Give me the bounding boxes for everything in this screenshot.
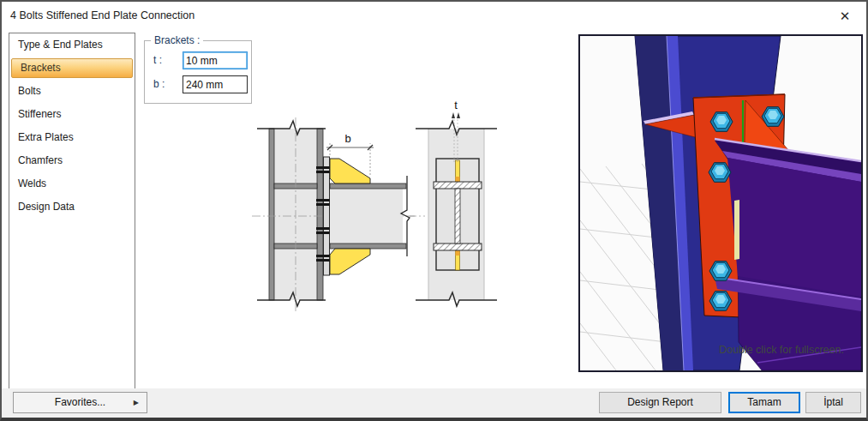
cancel-button[interactable]: İptal: [805, 392, 861, 413]
viewer-3d[interactable]: Double click for fullscreen.: [578, 34, 863, 372]
favorites-label: Favorites...: [55, 396, 105, 408]
fullscreen-hint: Double click for fullscreen.: [719, 344, 844, 356]
sidebar-item-extra-plates[interactable]: Extra Plates: [9, 126, 135, 149]
bracket-bottom: [330, 249, 370, 274]
column-flange-left: [269, 129, 274, 300]
beam-flange-top-section: [434, 182, 482, 189]
ok-button[interactable]: Tamam: [728, 392, 800, 413]
elevation-view: b: [252, 117, 415, 311]
sidebar-item-design-data[interactable]: Design Data: [9, 195, 135, 219]
sidebar-item-bolts[interactable]: Bolts: [9, 80, 135, 103]
design-report-button[interactable]: Design Report: [599, 392, 721, 413]
weld-mark-bottom: [456, 250, 460, 256]
beam-flange-top: [330, 183, 406, 189]
beam-flange-bottom-section: [434, 244, 482, 250]
column-flange-right: [317, 129, 323, 300]
beam-flange-bottom: [330, 244, 406, 249]
favorites-button[interactable]: Favorites... ▶: [13, 392, 147, 413]
title-bar: 4 Bolts Stiffened End Plate Connection ✕: [2, 2, 866, 29]
section-top-break: [416, 121, 497, 135]
beam-web-section: [455, 189, 460, 244]
sidebar-item-welds[interactable]: Welds: [9, 172, 135, 195]
groupbox-legend: Brackets :: [151, 34, 203, 46]
category-list: Type & End Plates Brackets Bolts Stiffen…: [9, 33, 135, 390]
t-input[interactable]: [183, 51, 248, 69]
b-label: b :: [153, 78, 165, 90]
dim-b-label: b: [344, 132, 350, 145]
favorites-arrow-icon: ▶: [134, 393, 139, 412]
dim-t-label: t: [454, 99, 458, 111]
sidebar-item-stiffeners[interactable]: Stiffeners: [9, 103, 135, 126]
footer-bar: Favorites... ▶ Design Report Tamam İptal: [2, 388, 866, 418]
t-label: t :: [153, 54, 162, 66]
brackets-groupbox: Brackets : t : b :: [144, 40, 252, 104]
render-3d: [580, 36, 861, 370]
sidebar-item-chamfers[interactable]: Chamfers: [9, 149, 135, 172]
connection-dialog: 4 Bolts Stiffened End Plate Connection ✕…: [0, 0, 868, 421]
connection-2d-drawing: b t: [250, 92, 533, 328]
end-plate: [324, 157, 330, 275]
beam-web: [330, 189, 403, 244]
weld-mark-top: [456, 177, 460, 182]
b-input[interactable]: [183, 75, 248, 93]
close-icon[interactable]: ✕: [835, 7, 854, 26]
bracket-top: [330, 159, 370, 183]
plate-edge-sliver: [734, 200, 739, 260]
section-view: t: [410, 99, 497, 306]
dialog-title: 4 Bolts Stiffened End Plate Connection: [10, 2, 195, 29]
sidebar-item-brackets[interactable]: Brackets: [11, 58, 133, 78]
sidebar-item-type-end-plates[interactable]: Type & End Plates: [9, 33, 135, 57]
